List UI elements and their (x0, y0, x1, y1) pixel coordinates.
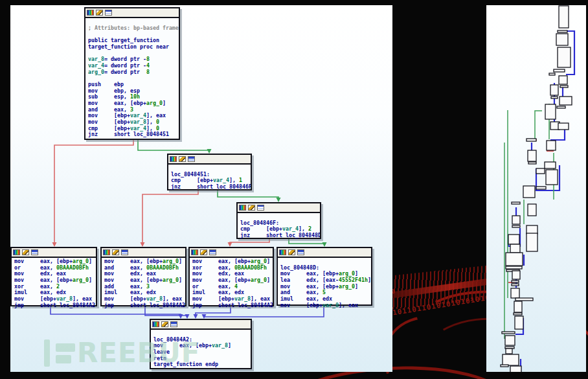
collapse-node-icon[interactable] (188, 156, 195, 162)
graph-overview-panel[interactable] (486, 5, 586, 372)
overview-node[interactable] (512, 281, 519, 282)
asm-line: mov eax, [ebp+arg_0] (280, 284, 371, 290)
overview-node[interactable] (512, 284, 519, 286)
asm-line: lea edx, [eax-45552F41h] (280, 277, 371, 284)
overview-node[interactable] (536, 168, 545, 174)
edit-node-icon[interactable] (161, 321, 168, 327)
node-color-icon[interactable] (239, 205, 246, 211)
overview-node[interactable] (547, 141, 556, 150)
overview-node[interactable] (550, 85, 558, 95)
overview-node[interactable] (526, 139, 536, 141)
node-color-icon[interactable] (191, 249, 198, 255)
node-title-bar[interactable] (85, 8, 179, 18)
overview-node[interactable] (506, 266, 522, 269)
overview-node[interactable] (526, 233, 537, 251)
overview-node[interactable] (557, 106, 565, 108)
collapse-node-icon[interactable] (121, 249, 128, 255)
asm-line: var_4= dword ptr -4 (88, 63, 179, 69)
overview-node[interactable] (506, 349, 512, 354)
overview-node[interactable] (559, 76, 567, 84)
overview-node[interactable] (512, 271, 520, 279)
collapse-node-icon[interactable] (297, 249, 304, 255)
overview-node[interactable] (558, 123, 569, 130)
overview-node[interactable] (560, 86, 568, 87)
node-color-icon[interactable] (170, 156, 177, 162)
basic-block-loc_804846F[interactable]: loc_804846F:cmp [ebp+var_4], 2jnz short … (236, 202, 321, 239)
asm-line: jnz short loc_8048451 (88, 132, 179, 138)
node-color-icon[interactable] (87, 10, 94, 16)
node-color-icon[interactable] (103, 249, 110, 255)
collapse-node-icon[interactable] (209, 249, 216, 255)
overview-node[interactable] (506, 253, 523, 266)
basic-block-loc_8048451[interactable]: loc_8048451:cmp [ebp+var_4], 1jnz short … (167, 154, 252, 190)
edit-node-icon[interactable] (112, 249, 119, 255)
overview-node[interactable] (512, 216, 520, 224)
collapse-node-icon[interactable] (170, 321, 177, 327)
basic-block-func-header[interactable]: ; Attributes: bp-based framepublic targe… (84, 7, 180, 140)
overview-node[interactable] (545, 104, 556, 119)
overview-node[interactable] (514, 313, 522, 315)
edit-node-icon[interactable] (248, 205, 255, 211)
edit-node-icon[interactable] (96, 10, 103, 16)
overview-node[interactable] (546, 170, 558, 185)
collapse-node-icon[interactable] (257, 205, 264, 211)
node-color-icon[interactable] (152, 321, 159, 327)
overview-node[interactable] (515, 316, 523, 329)
basic-block-case-0[interactable]: mov eax, [ebp+arg_0]or eax, 0BAAAD0BFhmo… (10, 247, 97, 306)
overview-node[interactable] (545, 162, 556, 168)
overview-node[interactable] (554, 69, 565, 72)
node-title-bar[interactable] (238, 203, 320, 213)
overview-node[interactable] (512, 202, 520, 204)
node-title-bar[interactable] (190, 248, 273, 258)
edit-node-icon[interactable] (200, 249, 207, 255)
node-title-bar[interactable] (278, 248, 371, 258)
overview-node[interactable] (528, 204, 536, 216)
overview-node[interactable] (560, 97, 572, 105)
basic-block-case-2[interactable]: mov eax, [ebp+arg_0]xor eax, 0BAAAD0BFhm… (188, 247, 274, 306)
edit-node-icon[interactable] (288, 249, 295, 255)
ida-graph-view[interactable]: ; Attributes: bp-based framepublic targe… (10, 5, 392, 372)
overview-node[interactable] (501, 365, 508, 367)
overview-node[interactable] (511, 288, 519, 298)
basic-block-case-1[interactable]: mov eax, [ebp+arg_0]and eax, 0BAAAD0BFhm… (100, 247, 187, 306)
overview-node[interactable] (510, 366, 521, 372)
asm-line: mov eax, [ebp+arg_0] (14, 258, 96, 265)
overview-node[interactable] (508, 235, 519, 244)
node-title-bar[interactable] (12, 248, 96, 258)
graph-overview-canvas[interactable] (486, 5, 586, 372)
asm-line: jmp short loc_80484A2 (104, 303, 185, 309)
edit-node-icon[interactable] (22, 249, 29, 255)
overview-node[interactable] (512, 225, 520, 227)
overview-node[interactable] (549, 73, 555, 75)
overview-node[interactable] (528, 162, 536, 164)
overview-node[interactable] (505, 336, 515, 345)
overview-node[interactable] (558, 30, 567, 32)
overview-node[interactable] (551, 97, 558, 98)
overview-node[interactable] (514, 301, 522, 312)
overview-node[interactable] (536, 187, 546, 189)
asm-line: mov edx, eax (192, 271, 273, 277)
node-color-icon[interactable] (13, 249, 20, 255)
overview-node[interactable] (559, 6, 569, 28)
asm-line: jnz short loc_804846F (171, 184, 251, 190)
collapse-node-icon[interactable] (105, 10, 112, 16)
asm-line: mov edx, eax (104, 271, 185, 277)
overview-node[interactable] (503, 354, 519, 365)
overview-node[interactable] (558, 47, 571, 67)
overview-node[interactable] (526, 225, 537, 234)
asm-line: and eax, 0BAAAD0BFh (104, 265, 185, 271)
node-title-bar[interactable] (151, 320, 251, 330)
node-color-icon[interactable] (279, 249, 286, 255)
overview-node[interactable] (515, 298, 533, 301)
overview-node[interactable] (502, 332, 515, 334)
basic-block-loc_804848D[interactable]: loc_804848D:mov eax, [ebp+arg_0]lea edx,… (277, 247, 372, 306)
overview-node[interactable] (556, 34, 568, 45)
node-title-bar[interactable] (102, 248, 185, 258)
overview-node[interactable] (523, 186, 535, 198)
asm-line: mov eax, [ebp+arg_0] (104, 277, 185, 284)
collapse-node-icon[interactable] (31, 249, 38, 255)
overview-node[interactable] (528, 150, 536, 161)
overview-node[interactable] (510, 244, 520, 253)
edit-node-icon[interactable] (179, 156, 186, 162)
node-title-bar[interactable] (168, 155, 251, 165)
